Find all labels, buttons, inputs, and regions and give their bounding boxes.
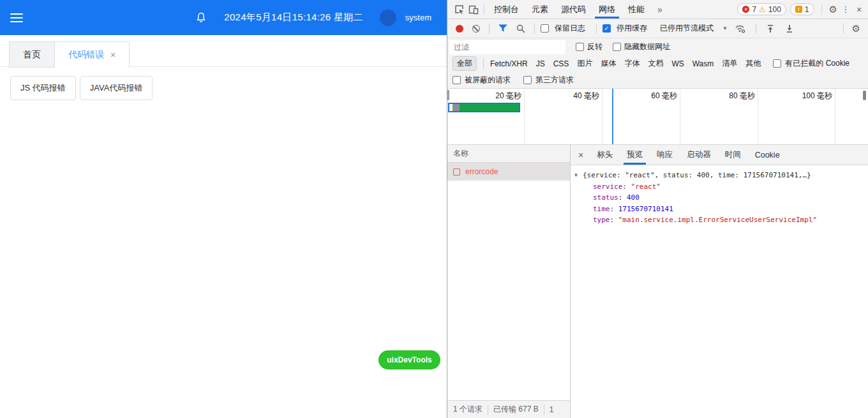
filter-input[interactable]	[449, 40, 565, 54]
divider	[843, 24, 844, 34]
grid-divider	[835, 89, 835, 144]
export-har-icon[interactable]	[781, 24, 798, 33]
avatar[interactable]	[380, 10, 396, 26]
request-waterfall-bar[interactable]	[448, 103, 520, 112]
record-button[interactable]	[456, 25, 463, 33]
import-har-icon[interactable]	[762, 24, 779, 33]
detail-tab-response[interactable]: 响应	[650, 145, 680, 165]
console-status-badge[interactable]: 7 ⚠ 100	[737, 3, 786, 15]
preserve-log-checkbox[interactable]	[541, 24, 549, 33]
header-username[interactable]: system	[405, 13, 431, 22]
filter-type-all[interactable]: 全部	[453, 56, 477, 71]
filter-type-media[interactable]: 媒体	[601, 58, 616, 69]
request-detail-panel: × 标头 预览 响应 启动器 时间 Cookie ▼{service: "rea…	[571, 145, 868, 418]
preserve-log-label: 保留日志	[555, 23, 585, 34]
json-prop[interactable]: status: 400	[574, 192, 865, 204]
invert-label: 反转	[587, 41, 602, 52]
detail-close-icon[interactable]: ×	[572, 145, 590, 165]
detail-tab-initiator[interactable]: 启动器	[680, 145, 718, 165]
filter-type-doc[interactable]: 文档	[648, 58, 663, 69]
blocked-cookies-checkbox[interactable]	[773, 59, 781, 68]
invert-checkbox[interactable]	[576, 43, 584, 51]
detail-tab-headers[interactable]: 标头	[590, 145, 620, 165]
timeline-tick: 100 毫秒	[777, 91, 832, 101]
clear-network-log-icon[interactable]	[472, 25, 480, 33]
json-root-line[interactable]: ▼{service: "react", status: 400, time: 1…	[574, 170, 865, 181]
throttling-dropdown[interactable]: 已停用节流模式 ▼	[660, 23, 728, 34]
divider	[756, 24, 756, 34]
divider	[483, 59, 484, 69]
grid-divider	[758, 89, 758, 144]
blocked-requests-checkbox[interactable]	[453, 76, 461, 84]
detail-tabs-bar: × 标头 预览 响应 启动器 时间 Cookie	[571, 145, 868, 165]
json-summary: {service: "react", status: 400, time: 17…	[583, 171, 811, 179]
filter-type-manifest[interactable]: 清单	[722, 58, 737, 69]
devtools-tab-console[interactable]: 控制台	[488, 0, 525, 19]
filter-funnel-icon[interactable]	[495, 24, 511, 33]
third-party-checkbox[interactable]	[523, 76, 532, 84]
issue-count: 1	[805, 5, 809, 14]
request-doc-icon	[453, 168, 460, 175]
detail-tab-preview[interactable]: 预览	[620, 145, 650, 165]
json-prop[interactable]: time: 1715670710141	[574, 204, 865, 215]
filter-type-img[interactable]: 图片	[577, 58, 592, 69]
blocked-requests-row: 被屏蔽的请求 第三方请求	[447, 71, 868, 89]
filter-type-wasm[interactable]: Wasm	[692, 59, 714, 68]
overview-scrollbar-thumb[interactable]	[863, 91, 866, 100]
detail-tab-cookie[interactable]: Cookie	[748, 145, 787, 165]
devtools-toolbar: 控制台 元素 源代码 网络 性能 » 7 ⚠ 100 1 ⚙ ⋮ ×	[447, 0, 868, 19]
json-prop[interactable]: service: "react"	[574, 181, 865, 193]
devtools-close-icon[interactable]: ×	[854, 4, 864, 15]
devtools-tab-sources[interactable]: 源代码	[555, 0, 592, 19]
settings-gear-icon[interactable]: ⚙	[829, 4, 837, 15]
request-row-errorcode[interactable]: errorcode	[447, 163, 570, 181]
invert-filter-group: 反转	[576, 41, 602, 52]
more-tabs-icon[interactable]: »	[651, 0, 669, 19]
network-conditions-icon[interactable]	[730, 24, 750, 33]
uixdevtools-button[interactable]: uixDevTools	[378, 350, 440, 369]
filter-type-other[interactable]: 其他	[745, 58, 761, 69]
overflow-menu-icon[interactable]: ⋮	[841, 4, 850, 14]
bell-icon[interactable]	[196, 12, 206, 24]
issues-badge[interactable]: 1	[790, 3, 814, 15]
devtools-tab-performance[interactable]: 性能	[622, 0, 651, 19]
name-column-header[interactable]: 名称	[447, 145, 570, 163]
tab-code-error[interactable]: 代码错误 ×	[54, 41, 130, 68]
filter-type-font[interactable]: 字体	[624, 58, 640, 69]
json-prop[interactable]: type: "main.service.impl.ErrorServiceUse…	[574, 214, 865, 226]
grid-divider	[680, 89, 680, 144]
disable-cache-checkbox[interactable]	[602, 24, 611, 33]
detail-tab-timing[interactable]: 时间	[718, 145, 748, 165]
filter-type-ws[interactable]: WS	[671, 59, 684, 68]
devtools-tab-elements[interactable]: 元素	[525, 0, 555, 19]
network-settings-gear-icon[interactable]: ⚙	[849, 23, 863, 34]
tab-close-icon[interactable]: ×	[110, 50, 116, 59]
issue-icon	[795, 6, 802, 13]
java-error-button[interactable]: JAVA代码报错	[80, 76, 153, 100]
js-error-button[interactable]: JS 代码报错	[10, 76, 76, 100]
hide-data-urls-checkbox[interactable]	[613, 43, 621, 51]
filter-type-css[interactable]: CSS	[553, 59, 569, 68]
network-status-bar: 1 个请求 已传输 677 B 1	[447, 400, 570, 418]
dcl-event-line	[612, 89, 613, 144]
device-toolbar-icon[interactable]	[467, 3, 481, 17]
hamburger-menu-icon[interactable]	[10, 13, 23, 22]
search-icon[interactable]	[513, 24, 528, 33]
tab-home[interactable]: 首页	[9, 41, 55, 68]
inspect-element-icon[interactable]	[453, 3, 467, 17]
timeline-tick: 60 毫秒	[622, 91, 677, 101]
waterfall-stalled-segment	[453, 104, 460, 111]
expander-icon[interactable]: ▼	[574, 170, 583, 181]
network-filter-row: 反转 隐藏数据网址	[447, 38, 868, 56]
grid-divider	[524, 89, 525, 144]
request-name: errorcode	[465, 167, 498, 176]
filter-type-fetch-xhr[interactable]: Fetch/XHR	[490, 59, 528, 68]
tab-home-label: 首页	[23, 42, 41, 67]
third-party-label: 第三方请求	[535, 75, 574, 86]
toolbar-right-group: 7 ⚠ 100 1 ⚙ ⋮ ×	[737, 0, 864, 19]
filter-type-js[interactable]: JS	[536, 59, 545, 68]
blocked-cookies-group: 有已拦截的 Cookie	[773, 58, 849, 69]
timeline-tick: 80 毫秒	[700, 91, 755, 101]
network-overview[interactable]: 20 毫秒 40 毫秒 60 毫秒 80 毫秒 100 毫秒	[447, 89, 868, 145]
devtools-tab-network[interactable]: 网络	[592, 0, 622, 19]
